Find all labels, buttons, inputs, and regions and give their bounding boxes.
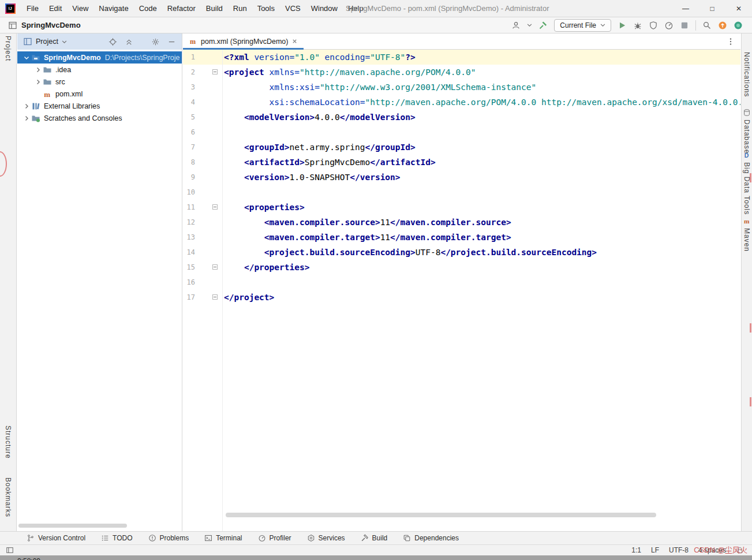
fold-gutter[interactable] [195,260,220,275]
menu-build[interactable]: Build [201,0,228,17]
menu-refactor[interactable]: Refactor [162,0,201,17]
close-button[interactable]: ✕ [725,0,752,17]
menu-navigate[interactable]: Navigate [93,0,133,17]
fold-collapse-icon[interactable] [212,204,218,210]
stripe-item-bookmarks[interactable]: Bookmarks [0,477,16,517]
menu-vcs[interactable]: VCS [280,0,306,17]
collapse-all-icon[interactable] [125,38,133,46]
code-with-me-icon[interactable] [734,21,743,30]
toolwindow-button-problems[interactable]: Problems [148,534,189,542]
fold-gutter[interactable] [195,200,220,215]
locate-file-icon[interactable] [109,38,117,46]
run-config-select[interactable]: Current File [554,19,611,32]
build-hammer-icon[interactable] [538,21,548,30]
tree-item-scratches-and-consoles[interactable]: Scratches and Consoles [17,112,182,124]
code-line-13[interactable]: 13 <maven.compiler.target>11</maven.comp… [183,230,740,245]
profiler-icon[interactable] [664,21,674,30]
stripe-item-maven[interactable]: mMaven [742,217,752,252]
stripe-item-structure[interactable]: Structure [0,425,16,459]
chevron-right-icon[interactable] [22,103,31,110]
code-line-10[interactable]: 10 [183,185,740,200]
file-encoding[interactable]: UTF-8 [669,546,689,554]
fold-end-icon[interactable] [212,294,218,300]
tree-item--idea[interactable]: .idea [17,64,182,76]
tree-item-pom-xml[interactable]: mpom.xml [17,88,182,100]
code-line-3[interactable]: 3 xmlns:xsi="http://www.w3.org/2001/XMLS… [183,80,740,95]
tree-item-src[interactable]: src [17,76,182,88]
horizontal-scrollbar[interactable] [18,524,127,528]
menu-view[interactable]: View [67,0,93,17]
hide-panel-icon[interactable] [167,38,176,46]
code-line-12[interactable]: 12 <maven.compiler.source>11</maven.comp… [183,215,740,230]
menu-code[interactable]: Code [134,0,162,17]
toolwindow-button-todo[interactable]: TODO [101,534,132,542]
tree-item-external-libraries[interactable]: External Libraries [17,100,182,112]
chevron-right-icon[interactable] [33,79,43,85]
code-line-8[interactable]: 8 <artifactId>SpringMvcDemo</artifactId> [183,155,740,170]
line-separator[interactable]: LF [651,546,659,554]
fold-end-icon[interactable] [212,264,218,270]
tree-item-springmvcdemo[interactable]: SpringMvcDemoD:\Projects\SpringProje [17,51,182,64]
tool-window-switcher-icon[interactable] [6,546,14,554]
chevron-right-icon[interactable] [33,66,43,73]
code-line-1[interactable]: 1<?xml version="1.0" encoding="UTF-8"?> [183,50,740,65]
code-line-15[interactable]: 15 </properties> [183,260,740,275]
stripe-item-notifications[interactable]: Notifications [742,52,752,97]
tree-item-label: pom.xml [55,90,83,98]
project-panel-title[interactable]: Project [36,38,58,46]
stripe-item-database[interactable]: Database [742,109,752,154]
fold-collapse-icon[interactable] [212,69,218,74]
horizontal-scrollbar[interactable] [226,513,656,517]
code-line-6[interactable]: 6 [183,125,740,140]
code-line-14[interactable]: 14 <project.build.sourceEncoding>UTF-8</… [183,245,740,260]
search-everywhere-icon[interactable] [702,21,712,30]
code-line-2[interactable]: 2<project xmlns="http://maven.apache.org… [183,65,740,80]
coverage-icon[interactable] [649,21,658,30]
code-line-4[interactable]: 4 xsi:schemaLocation="http://maven.apach… [183,95,740,110]
chevron-down-icon[interactable] [22,54,31,61]
code-line-16[interactable]: 16 [183,275,740,290]
caret-position[interactable]: 1:1 [631,546,641,554]
code-line-5[interactable]: 5 <modelVersion>4.0.0</modelVersion> [183,110,740,125]
minimize-button[interactable]: — [672,0,699,17]
menu-file[interactable]: File [21,0,44,17]
watermark-mark [750,397,751,406]
toolwindow-button-services[interactable]: Services [307,534,345,542]
ide-update-icon[interactable] [718,21,727,30]
breadcrumb-project[interactable]: SpringMvcDemo [21,21,81,29]
menu-edit[interactable]: Edit [44,0,67,17]
libraries-icon [31,102,41,111]
toolwindow-button-label: TODO [113,534,132,542]
fold-gutter[interactable] [195,290,220,305]
stripe-label: Database [743,120,751,154]
code-line-7[interactable]: 7 <groupId>net.army.spring</groupId> [183,140,740,155]
maximize-button[interactable]: □ [699,0,725,17]
editor-options-icon[interactable] [726,37,735,46]
stripe-item-project[interactable]: Project [0,36,16,61]
fold-gutter[interactable] [195,65,220,80]
watermark-mark [750,323,751,333]
code-line-9[interactable]: 9 <version>1.0-SNAPSHOT</version> [183,170,740,185]
code-line-11[interactable]: 11 <properties> [183,200,740,215]
toolwindow-button-terminal[interactable]: Terminal [204,534,242,542]
menu-tools[interactable]: Tools [252,0,280,17]
code-editor[interactable]: 1<?xml version="1.0" encoding="UTF-8"?>2… [183,50,740,531]
toolwindow-button-version-control[interactable]: Version Control [27,534,85,542]
chevron-right-icon[interactable] [22,115,31,122]
code-line-17[interactable]: 17</project> [183,290,740,305]
run-button-icon[interactable] [618,21,627,30]
chevron-down-icon[interactable] [62,39,67,44]
close-tab-icon[interactable] [291,38,298,44]
toolwindow-button-profiler[interactable]: Profiler [258,534,291,542]
debug-icon[interactable] [633,21,642,30]
user-avatar-icon[interactable] [511,21,521,30]
tab-pom-xml[interactable]: m pom.xml (SpringMvcDemo) [183,33,304,49]
stop-icon[interactable] [680,21,689,30]
toolwindow-button-build[interactable]: Build [361,534,388,542]
settings-gear-icon[interactable] [151,38,160,46]
toolwindow-button-dependencies[interactable]: Dependencies [403,534,459,542]
menu-run[interactable]: Run [228,0,252,17]
stripe-item-big-data-tools[interactable]: DBig Data Tools [742,151,752,215]
menu-window[interactable]: Window [306,0,343,17]
line-number: 2 [183,65,195,80]
